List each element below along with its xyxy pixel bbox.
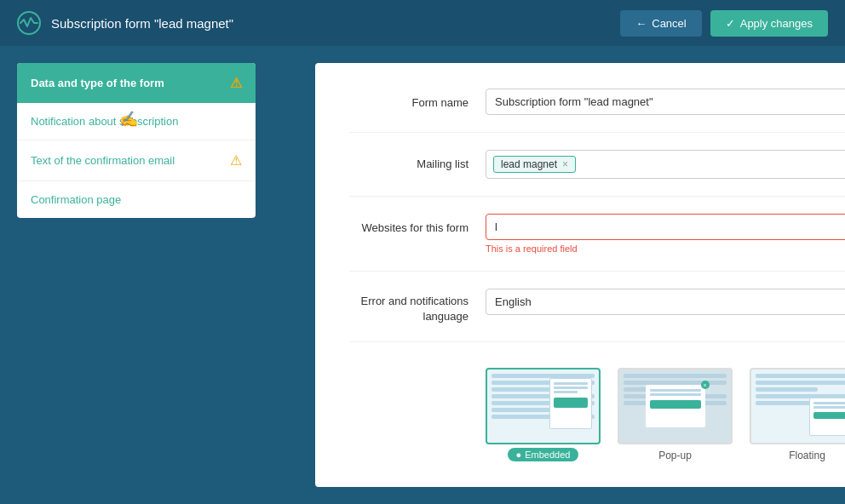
language-control: English French German Spanish Polish ▼ <box>486 289 845 315</box>
mailing-list-row: Mailing list lead magnet × <box>349 150 845 197</box>
checkmark-icon: ✓ <box>726 17 735 30</box>
websites-error-text: This is a required field <box>486 243 845 254</box>
content-card: Form name Mailing list lead magnet × <box>315 63 845 487</box>
embedded-active-indicator: ● Embedded <box>508 448 579 461</box>
popup-preview: × <box>618 368 733 444</box>
language-select[interactable]: English French German Spanish Polish <box>486 289 845 315</box>
sidebar-card: Data and type of the form ⚠ Notification… <box>17 63 256 218</box>
form-name-row: Form name <box>349 89 845 133</box>
content-area: Form name Mailing list lead magnet × <box>307 46 845 504</box>
websites-control: This is a required field <box>486 214 845 254</box>
header-left: Subscription form "lead magnet" <box>17 11 233 35</box>
sidebar-item-notification[interactable]: Notification about subscription ✍ <box>17 103 256 140</box>
apply-changes-button[interactable]: ✓ Apply changes <box>710 10 828 37</box>
type-card-popup[interactable]: × Pop-up <box>618 368 733 461</box>
sidebar: Data and type of the form ⚠ Notification… <box>0 46 307 504</box>
language-select-wrap: English French German Spanish Polish ▼ <box>486 289 845 315</box>
language-row: Error and notifications language English… <box>349 289 845 342</box>
form-name-input[interactable] <box>486 89 845 115</box>
floating-preview <box>750 368 845 444</box>
cancel-button[interactable]: ← Cancel <box>620 10 701 37</box>
form-types-wrap: ● Embedded <box>486 368 845 461</box>
page-title: Subscription form "lead magnet" <box>51 16 233 31</box>
logo-icon <box>17 11 41 35</box>
websites-label: Websites for this form <box>349 214 486 236</box>
mailing-list-tag-container[interactable]: lead magnet × <box>486 150 845 179</box>
type-card-embedded[interactable]: ● Embedded <box>486 368 601 461</box>
warning-icon-data-type: ⚠ <box>230 75 242 91</box>
embedded-preview <box>486 368 601 444</box>
circle-check-icon: ● <box>516 450 522 460</box>
websites-row: Websites for this form This is a require… <box>349 214 845 272</box>
mailing-list-tag: lead magnet × <box>493 156 576 173</box>
type-card-floating[interactable]: Floating <box>750 368 845 461</box>
mailing-list-control: lead magnet × <box>486 150 845 179</box>
warning-icon-confirmation: ⚠ <box>230 152 242 169</box>
form-name-control <box>486 89 845 115</box>
sidebar-item-confirmation-text[interactable]: Text of the confirmation email ⚠ <box>17 140 256 181</box>
websites-input[interactable] <box>486 214 845 240</box>
main-layout: Data and type of the form ⚠ Notification… <box>0 46 845 504</box>
floating-label: Floating <box>750 450 845 461</box>
remove-tag-button[interactable]: × <box>562 159 568 169</box>
mailing-list-label: Mailing list <box>349 150 486 172</box>
sidebar-item-data-type[interactable]: Data and type of the form ⚠ <box>17 63 256 103</box>
language-label: Error and notifications language <box>349 289 486 324</box>
popup-label: Pop-up <box>618 450 733 461</box>
form-types-row: ● Embedded <box>349 359 845 461</box>
back-arrow-icon: ← <box>635 17 647 30</box>
sidebar-item-confirmation-page[interactable]: Confirmation page <box>17 181 256 218</box>
header-buttons: ← Cancel ✓ Apply changes <box>620 10 828 37</box>
header: Subscription form "lead magnet" ← Cancel… <box>0 0 845 46</box>
form-name-label: Form name <box>349 89 486 111</box>
